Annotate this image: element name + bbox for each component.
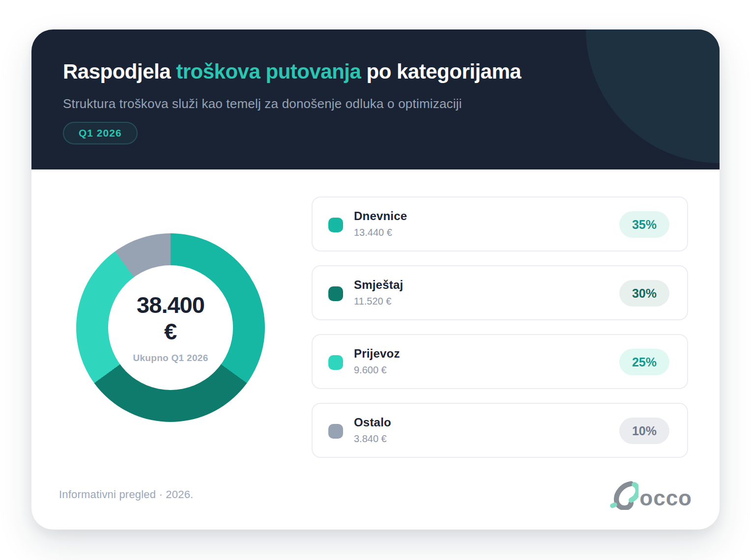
ostalo-color-swatch [328, 424, 343, 439]
donut-chart: 38.400 € Ukupno Q1 2026 [76, 233, 265, 422]
legend-amount: 13.440 € [354, 227, 407, 238]
page-subtitle: Struktura troškova služi kao temelj za d… [63, 96, 462, 112]
legend-label: Prijevoz [354, 347, 400, 361]
legend-label: Dnevnice [354, 209, 407, 223]
title-prefix: Raspodjela [63, 60, 176, 83]
total-caption: Ukupno Q1 2026 [133, 353, 208, 364]
legend-amount: 3.840 € [354, 433, 391, 445]
title-suffix: po kategorijama [361, 60, 521, 83]
report-card: Raspodjela troškova putovanja po kategor… [31, 29, 720, 530]
page-title: Raspodjela troškova putovanja po kategor… [63, 60, 521, 84]
legend-texts: Dnevnice 13.440 € [354, 209, 407, 238]
brand-logo: occo [610, 479, 692, 510]
period-badge: Q1 2026 [63, 122, 138, 144]
legend-item-prijevoz: Prijevoz 9.600 € 25% [312, 334, 688, 389]
legend-amount: 11.520 € [354, 296, 403, 307]
percent-badge: 25% [619, 349, 669, 375]
legend-list: Dnevnice 13.440 € 35% Smještaj 11.520 € … [312, 196, 688, 472]
legend-texts: Prijevoz 9.600 € [354, 347, 400, 376]
legend-texts: Ostalo 3.840 € [354, 416, 391, 445]
legend-texts: Smještaj 11.520 € [354, 278, 403, 307]
prijevoz-color-swatch [328, 355, 343, 370]
total-currency: € [164, 318, 177, 345]
donut-center: 38.400 € Ukupno Q1 2026 [108, 265, 233, 390]
locco-logo-mark [610, 479, 638, 510]
legend-item-ostalo: Ostalo 3.840 € 10% [312, 403, 688, 458]
title-highlight: troškova putovanja [176, 60, 361, 83]
legend-amount: 9.600 € [354, 364, 400, 376]
dnevnice-color-swatch [328, 218, 343, 232]
logo-text: occo [639, 487, 692, 510]
footer-note: Informativni pregled · 2026. [59, 488, 193, 501]
legend-label: Smještaj [354, 278, 403, 292]
total-value: 38.400 [137, 292, 204, 318]
smjestaj-color-swatch [328, 286, 343, 301]
legend-label: Ostalo [354, 416, 391, 429]
percent-badge: 35% [619, 211, 669, 238]
report-header: Raspodjela troškova putovanja po kategor… [31, 29, 720, 169]
legend-item-smjestaj: Smještaj 11.520 € 30% [312, 265, 688, 320]
legend-item-dnevnice: Dnevnice 13.440 € 35% [312, 196, 688, 252]
percent-badge: 10% [619, 418, 669, 444]
decorative-circle [586, 29, 720, 163]
percent-badge: 30% [619, 280, 669, 307]
